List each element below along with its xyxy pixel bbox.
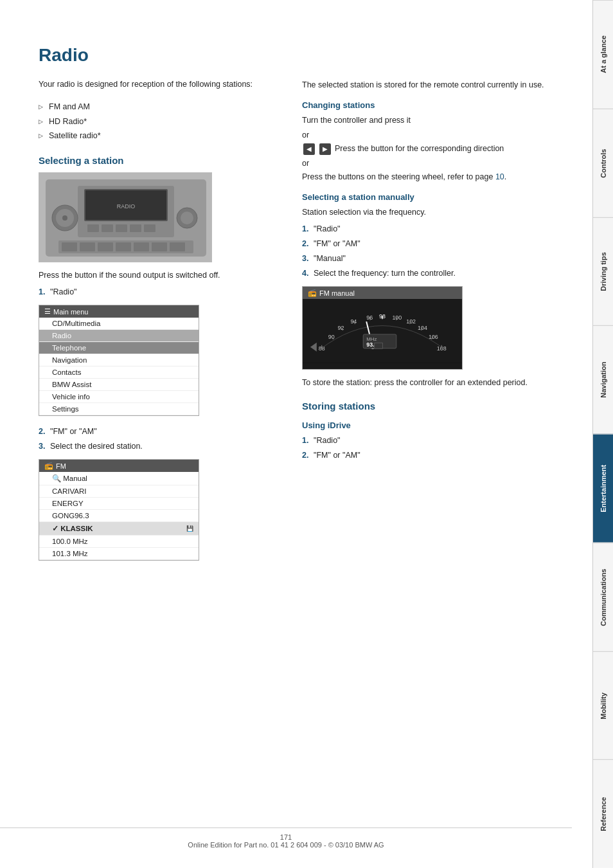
menu-item-contacts: Contacts	[39, 366, 199, 379]
menu-screenshot-box: ☰ Main menu CD/Multimedia Radio Telephon…	[39, 305, 199, 416]
fm-manual-screenshot: 📻 FM manual 88 90 92	[302, 286, 463, 370]
page-footer: 171 Online Edition for Part no. 01 41 2 …	[0, 827, 572, 849]
right-arrow-icon: ▶	[319, 143, 331, 155]
store-icon: 💾	[186, 525, 193, 532]
svg-rect-19	[98, 242, 113, 251]
manual-step3: 3. "Manual"	[302, 252, 567, 265]
menu-item-vehicle-info: Vehicle info	[39, 391, 199, 403]
main-content: Radio Your radio is designed for recepti…	[0, 0, 592, 868]
fm-title-bar: 📻 FM	[39, 460, 199, 472]
turn-controller-text: Turn the controller and press it	[302, 114, 567, 127]
menu-item-navigation: Navigation	[39, 354, 199, 366]
sidebar-tab-mobility[interactable]: Mobility	[593, 651, 613, 760]
menu-item-radio: Radio	[39, 330, 199, 342]
sidebar-tab-navigation[interactable]: Navigation	[593, 325, 613, 434]
menu-title-bar: ☰ Main menu	[39, 305, 199, 318]
fm-item-carivari: CARIVARI	[39, 485, 199, 498]
sidebar-tab-at-a-glance[interactable]: At a glance	[593, 0, 613, 109]
bullet-list: FM and AM HD Radio* Satellite radio*	[39, 101, 283, 142]
manual-step1: 1. "Radio"	[302, 222, 567, 235]
svg-text:106: 106	[429, 334, 438, 340]
fm-item-100mhz: 100.0 MHz	[39, 536, 199, 548]
col-left: Your radio is designed for reception of …	[39, 78, 283, 570]
menu-item-bmw-assist: BMW Assist	[39, 379, 199, 391]
step1-item: 1. "Radio"	[39, 285, 283, 298]
fm-item-gong: GONG96.3	[39, 510, 199, 522]
svg-rect-18	[80, 242, 95, 251]
manual-step2: 2. "FM" or "AM"	[302, 237, 567, 250]
store-text: The selected station is stored for the r…	[302, 78, 567, 91]
storing-stations-heading: Storing stations	[302, 401, 567, 411]
intro-text: Your radio is designed for reception of …	[39, 78, 283, 91]
svg-rect-10	[144, 224, 155, 232]
storing-steps-list: 1. "Radio" 2. "FM" or "AM"	[302, 434, 567, 462]
fm-item-101mhz: 101.3 MHz	[39, 548, 199, 560]
menu-icon: ☰	[44, 307, 51, 316]
svg-rect-21	[134, 242, 149, 251]
or-text-1: or	[302, 131, 567, 140]
svg-rect-54	[375, 343, 382, 348]
fm-dial-svg: 88 90 92 94 96 98 100 102 104 106 108	[303, 299, 462, 363]
car-dashboard-svg: RADIO	[39, 173, 212, 262]
frequency-desc: Station selection via the frequency.	[302, 206, 567, 219]
svg-rect-20	[116, 242, 131, 251]
steps-2-3-list: 2. "FM" or "AM" 3. Select the desired st…	[39, 425, 283, 453]
sidebar-tab-entertainment[interactable]: Entertainment	[593, 434, 613, 543]
svg-rect-7	[102, 224, 113, 232]
store-controller-text: To store the station: press the controll…	[302, 376, 567, 389]
fm-item-manual: 🔍 Manual	[39, 472, 199, 485]
arrow-text: ◀ ▶ Press the button for the correspondi…	[302, 142, 567, 155]
sidebar-tab-controls[interactable]: Controls	[593, 109, 613, 217]
svg-point-13	[62, 215, 67, 221]
fm-manual-icon: 📻	[308, 289, 317, 297]
car-image-inner: RADIO	[39, 173, 211, 262]
menu-item-telephone: Telephone	[39, 342, 199, 354]
page-number: 171	[280, 833, 292, 841]
page-title: Radio	[39, 45, 567, 66]
step3-item: 3. Select the desired station.	[39, 440, 283, 453]
press-button-text: Press the button if the sound output is …	[39, 269, 283, 282]
page-ref-link[interactable]: 10	[495, 172, 504, 181]
storing-step1: 1. "Radio"	[302, 434, 567, 447]
svg-rect-9	[130, 224, 141, 232]
fm-item-klassik: ✓ KLASSIK 💾	[39, 522, 199, 536]
sidebar-tab-communications[interactable]: Communications	[593, 543, 613, 651]
car-image: RADIO	[39, 172, 212, 262]
svg-rect-17	[62, 242, 77, 251]
bullet-item-1: FM and AM	[39, 101, 283, 113]
manual-step4: 4. Select the frequency: turn the contro…	[302, 267, 567, 280]
footer-text: Online Edition for Part no. 01 41 2 604 …	[188, 841, 384, 849]
manual-steps-list: 1. "Radio" 2. "FM" or "AM" 3. "Manual" 4…	[302, 222, 567, 280]
selecting-manually-heading: Selecting a station manually	[302, 192, 567, 202]
main-menu-screenshot: ☰ Main menu CD/Multimedia Radio Telephon…	[39, 305, 199, 425]
left-arrow-icon: ◀	[303, 143, 315, 155]
two-col-layout: Your radio is designed for reception of …	[39, 78, 567, 570]
svg-rect-23	[170, 242, 185, 251]
storing-step2: 2. "FM" or "AM"	[302, 449, 567, 462]
svg-rect-22	[152, 242, 167, 251]
or-text-2: or	[302, 159, 567, 168]
svg-rect-24	[303, 299, 462, 363]
fm-icon: 📻	[44, 462, 53, 470]
bullet-item-3: Satellite radio*	[39, 130, 283, 142]
page-wrapper: Radio Your radio is designed for recepti…	[0, 0, 613, 868]
svg-point-15	[181, 212, 193, 224]
fm-item-energy: ENERGY	[39, 498, 199, 510]
step1-list: 1. "Radio"	[39, 285, 283, 298]
sidebar-tabs: At a glance Controls Driving tips Naviga…	[592, 0, 613, 868]
sidebar-tab-reference[interactable]: Reference	[593, 759, 613, 868]
col-right: The selected station is stored for the r…	[302, 78, 567, 570]
changing-stations-heading: Changing stations	[302, 100, 567, 110]
menu-item-cd: CD/Multimedia	[39, 318, 199, 330]
bullet-item-2: HD Radio*	[39, 116, 283, 128]
sidebar-tab-driving-tips[interactable]: Driving tips	[593, 217, 613, 326]
selecting-station-heading: Selecting a station	[39, 155, 283, 166]
menu-item-settings: Settings	[39, 403, 199, 415]
using-idrive-heading: Using iDrive	[302, 420, 567, 430]
svg-rect-8	[116, 224, 127, 232]
svg-rect-6	[87, 224, 99, 232]
fm-station-screenshot: 📻 FM 🔍 Manual CARIVARI ENERGY GONG96.3	[39, 459, 199, 561]
step2-item: 2. "FM" or "AM"	[39, 425, 283, 438]
steering-wheel-text: Press the buttons on the steering wheel,…	[302, 170, 567, 183]
fm-manual-title-bar: 📻 FM manual	[303, 287, 462, 299]
